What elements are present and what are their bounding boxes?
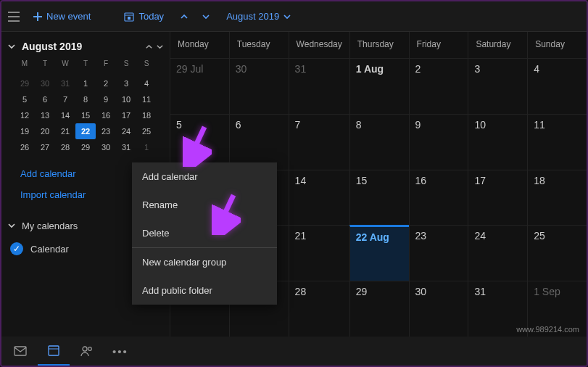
mini-day[interactable]: 11 xyxy=(136,91,157,107)
calendar-cell[interactable]: 11 xyxy=(527,114,587,170)
arrow-up-icon xyxy=(180,12,189,21)
mini-next-button[interactable] xyxy=(156,43,164,51)
mini-day[interactable]: 16 xyxy=(96,107,116,123)
mini-day[interactable]: 31 xyxy=(116,139,136,155)
mini-day[interactable]: 26 xyxy=(15,139,35,155)
cm-new-group[interactable]: New calendar group xyxy=(132,248,277,276)
cm-delete[interactable]: Delete xyxy=(132,219,277,247)
mini-day[interactable]: 19 xyxy=(15,123,35,139)
mini-day[interactable]: 29 xyxy=(75,139,96,155)
mini-dow-header: W xyxy=(55,59,75,75)
calendar-cell[interactable]: 9 xyxy=(409,114,468,170)
people-icon xyxy=(80,345,94,357)
mini-day[interactable]: 1 xyxy=(75,75,96,91)
mini-day[interactable]: 9 xyxy=(96,91,116,107)
mini-day[interactable]: 30 xyxy=(35,75,55,91)
mini-day[interactable]: 18 xyxy=(136,107,157,123)
day-header: Sunday xyxy=(527,32,587,58)
calendar-cell[interactable]: 31 xyxy=(289,58,349,114)
mini-day[interactable]: 3 xyxy=(116,75,136,91)
calendar-cell[interactable]: 15 xyxy=(349,170,409,226)
calendar-cell[interactable]: 1 Aug xyxy=(349,58,409,114)
chevron-down-icon[interactable] xyxy=(7,221,16,230)
calendar-cell[interactable]: 16 xyxy=(409,170,468,226)
calendar-cell[interactable]: 4 xyxy=(527,58,587,114)
calendar-cell[interactable]: 7 xyxy=(289,114,349,170)
calendar-cell[interactable]: 25 xyxy=(527,225,587,281)
mini-day[interactable]: 29 xyxy=(15,75,35,91)
calendar-cell[interactable]: 14 xyxy=(289,170,349,226)
new-event-button[interactable]: New event xyxy=(26,7,98,26)
mini-day[interactable]: 31 xyxy=(55,75,75,91)
mini-day[interactable]: 8 xyxy=(75,91,96,107)
next-button[interactable] xyxy=(197,8,215,25)
period-selector[interactable]: August 2019 xyxy=(219,7,298,26)
mini-day[interactable]: 24 xyxy=(116,123,136,139)
bottom-nav: ••• xyxy=(1,337,587,366)
mail-nav-button[interactable] xyxy=(4,337,36,366)
calendar-cell[interactable]: 30 xyxy=(229,58,289,114)
cm-add-public-folder[interactable]: Add public folder xyxy=(132,276,277,305)
calendar-cell[interactable]: 17 xyxy=(468,170,527,226)
calendar-cell[interactable]: 28 xyxy=(289,281,349,337)
mini-day[interactable]: 27 xyxy=(35,139,55,155)
mini-prev-button[interactable] xyxy=(145,43,153,51)
mini-day[interactable]: 20 xyxy=(35,123,55,139)
calendar-checked-icon[interactable]: ✓ xyxy=(10,242,23,255)
calendar-cell[interactable]: 31 xyxy=(468,281,527,337)
calendar-cell[interactable]: 6 xyxy=(229,114,289,170)
calendar-cell[interactable]: 18 xyxy=(527,170,587,226)
mini-day[interactable]: 10 xyxy=(116,91,136,107)
mini-day[interactable]: 25 xyxy=(136,123,157,139)
mini-day[interactable]: 12 xyxy=(15,107,35,123)
mini-day[interactable]: 7 xyxy=(55,91,75,107)
mini-day[interactable]: 14 xyxy=(55,107,75,123)
calendar-cell[interactable]: 2 xyxy=(409,58,468,114)
mini-day[interactable]: 22 xyxy=(75,123,96,139)
mini-day[interactable]: 4 xyxy=(136,75,157,91)
calendar-cell[interactable]: 29 Jul xyxy=(170,58,229,114)
more-nav-button[interactable]: ••• xyxy=(104,337,136,366)
top-toolbar: New event Today August 2019 xyxy=(1,1,587,32)
calendar-cell[interactable]: 22 Aug xyxy=(349,225,409,281)
mini-day[interactable]: 15 xyxy=(75,107,96,123)
calendar-nav-button[interactable] xyxy=(38,337,70,366)
mini-day[interactable]: 2 xyxy=(96,75,116,91)
calendar-cell[interactable]: 3 xyxy=(468,58,527,114)
calendar-cell[interactable]: 24 xyxy=(468,225,527,281)
mini-day[interactable]: 28 xyxy=(55,139,75,155)
day-header: Thursday xyxy=(349,32,409,58)
day-header: Wednesday xyxy=(289,32,349,58)
chevron-down-icon[interactable] xyxy=(7,42,16,51)
mini-day[interactable]: 6 xyxy=(35,91,55,107)
menu-icon[interactable] xyxy=(6,9,22,25)
mini-dow-header: S xyxy=(136,59,157,75)
calendar-cell[interactable]: 23 xyxy=(409,225,468,281)
day-header: Tuesday xyxy=(229,32,289,58)
calendar-cell[interactable]: 8 xyxy=(349,114,409,170)
people-nav-button[interactable] xyxy=(71,337,103,366)
mini-day[interactable]: 17 xyxy=(116,107,136,123)
calendar-cell[interactable]: 29 xyxy=(349,281,409,337)
calendar-today-icon xyxy=(124,12,134,22)
mini-dow-header: S xyxy=(116,59,136,75)
calendar-cell[interactable]: 10 xyxy=(468,114,527,170)
mini-day[interactable]: 13 xyxy=(35,107,55,123)
mini-day[interactable]: 30 xyxy=(96,139,116,155)
mini-day[interactable]: 21 xyxy=(55,123,75,139)
context-menu: Add calendar Rename Delete New calendar … xyxy=(132,162,277,305)
calendar-cell[interactable]: 30 xyxy=(409,281,468,337)
mini-calendar[interactable]: MTWTFSS293031123456789101112131415161718… xyxy=(7,59,164,155)
day-header: Monday xyxy=(170,32,229,58)
mini-day[interactable]: 23 xyxy=(96,123,116,139)
mini-day[interactable]: 1 xyxy=(136,139,157,155)
calendar-cell[interactable]: 21 xyxy=(289,225,349,281)
prev-button[interactable] xyxy=(175,8,193,25)
arrow-down-icon xyxy=(202,12,210,21)
svg-rect-1 xyxy=(128,17,131,20)
today-button[interactable]: Today xyxy=(117,7,171,26)
cm-rename[interactable]: Rename xyxy=(132,191,277,219)
mini-day[interactable]: 5 xyxy=(15,91,35,107)
calendar-group-label[interactable]: My calendars xyxy=(22,220,78,231)
calendar-cell[interactable]: 1 Sep xyxy=(527,281,587,337)
